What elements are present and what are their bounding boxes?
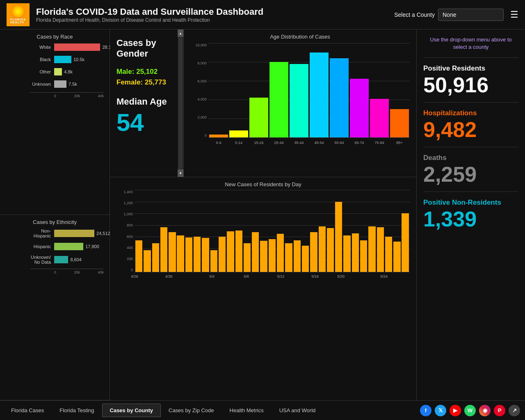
positive-residents-card: Positive Residents 50,916 <box>423 64 518 96</box>
ethnicity-chart-title: Cases by Ethnicity <box>6 219 104 225</box>
logo-sun <box>12 6 24 17</box>
header-right: Select a County None ☰ <box>394 9 518 21</box>
positive-residents-label: Positive Residents <box>423 64 518 73</box>
positive-nonresidents-label: Positive Non-Residents <box>423 199 518 207</box>
age-chart-section: Age Distribution of Cases 10,0008,0006,0… <box>184 30 416 177</box>
tab-health-metrics[interactable]: Health Metrics <box>222 404 272 417</box>
ethnicity-chart-section: Cases by Ethnicity Non-Hispanic24,512His… <box>0 215 110 400</box>
gender-scrollbar[interactable]: ▲ ▼ <box>178 30 183 177</box>
divider-3 <box>423 147 518 147</box>
tab-cases-by-county[interactable]: Cases by County <box>102 404 161 417</box>
right-panel: Use the drop-down menu above to select a… <box>417 30 525 400</box>
left-panel: Cases by Race White28.1kBlack10.5kOther4… <box>0 30 110 400</box>
gender-male: Male: 25,102 <box>116 68 177 76</box>
main-content: Cases by Race White28.1kBlack10.5kOther4… <box>0 30 525 400</box>
twitter-icon[interactable]: 𝕏 <box>435 405 446 416</box>
header-titles: Florida's COVID-19 Data and Surveillance… <box>36 7 394 23</box>
age-chart-title: Age Distribution of Cases <box>190 34 410 40</box>
middle-top: Cases by Gender Male: 25,102 Female: 25,… <box>110 30 416 177</box>
gender-section: Cases by Gender Male: 25,102 Female: 25,… <box>110 30 184 177</box>
tab-florida-cases[interactable]: Florida Cases <box>3 404 52 417</box>
external-link-icon[interactable]: ↗ <box>509 405 520 416</box>
middle-panel: Cases by Gender Male: 25,102 Female: 25,… <box>110 30 417 400</box>
scroll-down[interactable]: ▼ <box>178 169 183 177</box>
hospitalizations-value: 9,482 <box>423 119 518 140</box>
whatsapp-icon[interactable]: W <box>464 405 476 416</box>
youtube-icon[interactable]: ▶ <box>450 405 461 416</box>
positive-nonresidents-value: 1,339 <box>423 208 518 230</box>
median-age-value: 54 <box>116 110 177 135</box>
hospitalizations-card: Hospitalizations 9,482 <box>423 109 518 140</box>
median-age-label: Median Age <box>116 96 177 107</box>
social-icons: f 𝕏 ▶ W ◉ P ↗ <box>420 405 525 416</box>
deaths-value: 2,259 <box>423 164 518 185</box>
bottom-tabs: Florida CasesFlorida TestingCases by Cou… <box>0 400 525 420</box>
select-county-label: Select a County <box>394 11 435 18</box>
race-chart-title: Cases by Race <box>6 34 104 40</box>
deaths-label: Deaths <box>423 154 518 162</box>
positive-residents-value: 50,916 <box>423 74 518 96</box>
tab-cases-by-zip-code[interactable]: Cases by Zip Code <box>161 404 222 417</box>
hamburger-icon[interactable]: ☰ <box>510 9 518 20</box>
divider-2 <box>423 102 518 103</box>
pinterest-icon[interactable]: P <box>494 405 505 416</box>
page-subtitle: Florida Department of Health, Division o… <box>36 17 394 23</box>
facebook-icon[interactable]: f <box>420 405 431 416</box>
gender-female: Female: 25,773 <box>116 78 177 87</box>
hint-text: Use the drop-down menu above to select a… <box>423 36 518 51</box>
race-chart-section: Cases by Race White28.1kBlack10.5kOther4… <box>0 30 110 215</box>
daily-title: New Cases of Residents by Day <box>116 181 410 187</box>
county-select[interactable]: None <box>438 9 504 21</box>
age-bars: 10,0008,0006,0004,0002,00000-45-1415-242… <box>190 43 410 147</box>
ethnicity-bar-chart: Non-Hispanic24,512Hispanic17,800Unknown/… <box>6 228 104 283</box>
hospitalizations-label: Hospitalizations <box>423 109 518 117</box>
header: FLORIDAHEALTH Florida's COVID-19 Data an… <box>0 0 525 30</box>
logo: FLORIDAHEALTH <box>7 3 30 26</box>
tab-usa-and-world[interactable]: USA and World <box>272 404 324 417</box>
tab-container: Florida CasesFlorida TestingCases by Cou… <box>3 401 323 420</box>
divider-4 <box>423 192 518 192</box>
tab-florida-testing[interactable]: Florida Testing <box>52 404 102 417</box>
logo-text: FLORIDAHEALTH <box>10 18 26 24</box>
instagram-icon[interactable]: ◉ <box>479 405 491 416</box>
daily-chart: 1,4001,2001,00080060040020004/264/305/45… <box>116 190 410 280</box>
page-title: Florida's COVID-19 Data and Surveillance… <box>36 7 394 17</box>
gender-title: Cases by Gender <box>116 38 177 59</box>
divider-1 <box>423 57 518 58</box>
daily-section: New Cases of Residents by Day 1,4001,200… <box>110 177 416 400</box>
race-bar-chart: White28.1kBlack10.5kOther4.8kUnknown7.5k… <box>6 43 104 106</box>
deaths-card: Deaths 2,259 <box>423 154 518 185</box>
scroll-up[interactable]: ▲ <box>178 30 183 37</box>
positive-nonresidents-card: Positive Non-Residents 1,339 <box>423 199 518 230</box>
